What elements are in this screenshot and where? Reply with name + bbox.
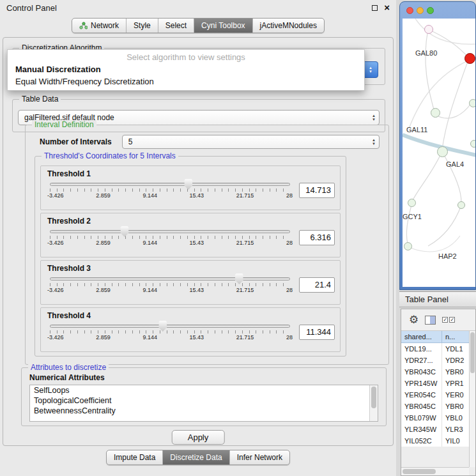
tick-label: 2.859 [96, 192, 111, 199]
threshold-value-field[interactable]: 11.344 [299, 325, 335, 340]
tab-label: Impute Data [114, 453, 155, 462]
tab-jactivemnodules[interactable]: jActiveMNodules [252, 19, 324, 33]
dropdown-item-manual[interactable]: Manual Discretization [8, 63, 364, 75]
down-arrow-icon: ▼ [372, 118, 376, 121]
checkbox-icon[interactable]: ✓ [449, 317, 455, 323]
slider-tick-labels: -3.426 2.859 9.144 15.43 21.715 28 [47, 192, 293, 199]
table-cell: YBR0 [442, 366, 469, 378]
tick-label: 28 [286, 192, 293, 199]
tick-label: 21.715 [236, 192, 254, 199]
network-canvas[interactable]: GAL80 GAL11 GAL4 GCY1 HAP2 [403, 19, 475, 287]
tick-label: -3.426 [47, 287, 64, 293]
scrollbar-thumb[interactable] [470, 332, 475, 373]
tick-label: 15.43 [190, 192, 204, 199]
gear-icon[interactable]: ⚙ [409, 314, 418, 325]
group-title: Attributes to discretize [28, 363, 109, 372]
network-node[interactable] [424, 25, 433, 34]
slider-ticks [50, 330, 290, 334]
combo-stepper-icon: ▲ ▼ [372, 114, 376, 121]
columns-icon[interactable] [425, 316, 436, 325]
apply-button[interactable]: Apply [172, 430, 225, 445]
tab-infer-network[interactable]: Infer Network [229, 450, 289, 464]
network-node[interactable] [431, 108, 440, 118]
tick-label: 28 [286, 240, 293, 246]
table-cell: YDR27... [401, 355, 442, 366]
tab-cyni-toolbox[interactable]: Cyni Toolbox [194, 19, 252, 33]
threshold-slider[interactable] [50, 183, 290, 186]
network-node[interactable] [470, 140, 475, 148]
num-intervals-select[interactable]: 5 ▲ ▼ [122, 135, 380, 149]
column-header[interactable]: shared... [401, 331, 442, 342]
tab-discretize-data[interactable]: Discretize Data [162, 450, 229, 464]
vertical-scrollbar[interactable] [469, 331, 475, 467]
combo-stepper-icon: ▲ ▼ [372, 138, 376, 146]
list-item[interactable]: TopologicalCoefficient [30, 395, 378, 406]
table-row[interactable]: YBR045CYBR0 [401, 401, 469, 412]
top-tab-bar: Network Style Select Cyni Toolbox jActiv… [0, 15, 396, 36]
slider-ticks [50, 283, 290, 286]
slider-ticks [50, 188, 290, 192]
tick-label: 21.715 [236, 240, 254, 246]
dropdown-item-equal-width[interactable]: Equal Width/Frequency Discretization [8, 75, 364, 88]
list-item[interactable]: SelfLoops [30, 385, 378, 395]
table-cell: YLR345W [401, 424, 442, 435]
bottom-tab-bar: Impute Data Discretize Data Infer Networ… [0, 450, 396, 465]
table-header-row: shared... n... [401, 331, 469, 343]
list-scrollbar[interactable] [369, 385, 378, 421]
tick-label: 2.859 [96, 287, 111, 293]
zoom-window-icon[interactable] [427, 7, 434, 14]
close-icon[interactable]: × [384, 3, 390, 12]
tick-label: 15.43 [190, 240, 204, 246]
table-cell: YER054C [401, 389, 442, 401]
column-header[interactable]: n... [442, 331, 469, 342]
network-node[interactable] [404, 242, 412, 250]
combo-stepper-icon[interactable]: ▲ ▼ [363, 61, 378, 78]
threshold-slider[interactable] [50, 277, 290, 280]
tab-segment: Network Style Select Cyni Toolbox jActiv… [72, 18, 325, 33]
network-node-selected[interactable] [464, 53, 475, 64]
threshold-box-4: Threshold 4 -3.426 2.859 9.144 [40, 307, 341, 352]
threshold-label: Threshold 4 [41, 308, 340, 320]
tab-label: Infer Network [237, 453, 282, 462]
threshold-slider[interactable] [50, 230, 290, 233]
close-window-icon[interactable] [406, 7, 413, 14]
checkbox-icon[interactable]: ✓ [442, 317, 448, 323]
slider-tick-labels: -3.426 2.859 9.144 15.43 21.715 28 [47, 287, 293, 293]
tab-select[interactable]: Select [158, 19, 194, 33]
tick-label: 2.859 [96, 334, 111, 341]
table-row[interactable]: YLR345WYLR3 [401, 424, 469, 435]
tab-label: Cyni Toolbox [201, 21, 245, 30]
horizontal-scrollbar[interactable] [401, 467, 469, 475]
table-row[interactable]: YBR043CYBR0 [401, 366, 469, 378]
checkbox-icons: ✓ ✓ [442, 317, 455, 323]
threshold-slider[interactable] [50, 325, 290, 328]
table-row[interactable]: YDR27...YDR2 [401, 355, 469, 366]
tick-label: -3.426 [47, 192, 64, 199]
table-row[interactable]: YBL079WYBL0 [401, 412, 469, 424]
network-node[interactable] [408, 199, 416, 207]
tab-network[interactable]: Network [72, 19, 126, 33]
float-window-icon[interactable] [372, 5, 378, 11]
table-cell: YLR3 [442, 424, 469, 435]
minimize-window-icon[interactable] [417, 7, 424, 14]
tab-impute-data[interactable]: Impute Data [107, 450, 162, 464]
table-row[interactable]: YPR145WYPR1 [401, 378, 469, 389]
tab-style[interactable]: Style [126, 19, 158, 33]
network-node[interactable] [437, 146, 448, 157]
down-arrow-icon: ▼ [372, 142, 376, 146]
list-item[interactable]: BetweennessCentrality [30, 406, 378, 416]
tab-label: Network [91, 21, 119, 30]
tick-label: 9.144 [142, 287, 157, 293]
table-row[interactable]: YIL052CYIL0 [401, 435, 469, 447]
threshold-value-field[interactable]: 21.4 [299, 277, 335, 293]
network-node[interactable] [469, 99, 475, 107]
threshold-value-field[interactable]: 14.713 [299, 183, 335, 198]
scrollbar-thumb[interactable] [371, 387, 376, 408]
table-row[interactable]: YER054CYER0 [401, 389, 469, 401]
network-node[interactable] [457, 201, 465, 209]
scrollbar-thumb[interactable] [403, 469, 436, 474]
threshold-value-field[interactable]: 6.316 [299, 230, 335, 245]
table-row[interactable]: YDL19...YDL1 [401, 343, 469, 355]
table-cell: YBR045C [401, 401, 442, 412]
node-label: GAL80 [415, 49, 437, 57]
